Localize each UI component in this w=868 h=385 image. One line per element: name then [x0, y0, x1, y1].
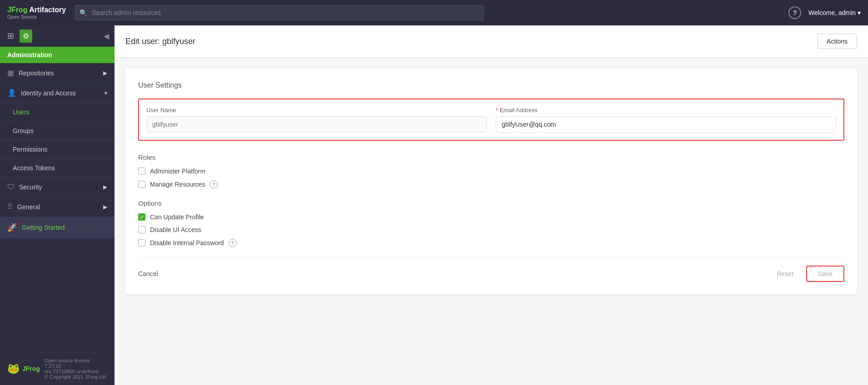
main-layout: ⊞ ⚙ ◀ Administration ▦ Repositories ▶ 👤 … — [0, 25, 868, 385]
help-button[interactable]: ? — [788, 6, 801, 19]
administer-platform-checkbox[interactable] — [138, 168, 145, 175]
security-icon: 🛡 — [7, 183, 15, 191]
can-update-profile-row: Can Update Profile — [138, 213, 844, 221]
user-settings-title: User Settings — [138, 81, 844, 89]
content-area: Edit user: gblfyuser Actions User Settin… — [115, 25, 868, 385]
disable-ui-access-checkbox[interactable] — [138, 226, 145, 233]
sidebar: ⊞ ⚙ ◀ Administration ▦ Repositories ▶ 👤 … — [0, 25, 115, 385]
license-line1: Open source license 7.27.10 — [45, 358, 107, 369]
license-line3: © Copyright 2021 JFrog Ltd — [45, 374, 107, 380]
identity-icon: 👤 — [7, 89, 16, 97]
sidebar-item-getting-started[interactable]: 🚀 Getting Started — [0, 217, 115, 238]
getting-started-icon: 🚀 — [7, 222, 17, 232]
disable-internal-password-row: Disable Internal Password ? — [138, 239, 844, 247]
cancel-button[interactable]: Cancel — [138, 267, 158, 281]
sidebar-admin-header: Administration — [0, 47, 115, 63]
content-header: Edit user: gblfyuser Actions — [115, 25, 868, 58]
frog-icon: 🐸 — [7, 363, 20, 375]
sidebar-item-general[interactable]: ⠿ General ▶ — [0, 197, 115, 217]
welcome-label: Welcome, admin — [808, 9, 856, 16]
sidebar-item-permissions[interactable]: Permissions — [0, 140, 115, 159]
disable-internal-password-checkbox[interactable] — [138, 239, 145, 247]
page-title: Edit user: gblfyuser — [125, 37, 195, 46]
license-info: Open source license 7.27.10 rev 72710900… — [45, 358, 107, 380]
manage-resources-row: Manage Resources ? — [138, 180, 844, 188]
disable-internal-password-info-icon[interactable]: ? — [229, 239, 237, 247]
getting-started-label: Getting Started — [22, 224, 65, 231]
manage-resources-label: Manage Resources — [150, 181, 205, 188]
disable-internal-password-label: Disable Internal Password — [150, 239, 224, 247]
identity-arrow-icon: ▾ — [105, 90, 107, 96]
footer-right-buttons: Reset Save — [770, 266, 845, 282]
sidebar-repositories-label: Repositories — [19, 69, 54, 77]
sidebar-security-label: Security — [19, 183, 42, 191]
email-label-text: Email Address — [500, 107, 538, 114]
jfrog-logo-bottom: 🐸 JFrog — [7, 363, 40, 375]
form-card: User Settings User Name * Email Address — [125, 69, 857, 295]
actions-button[interactable]: Actions — [817, 34, 857, 49]
content-body: User Settings User Name * Email Address — [115, 58, 868, 385]
topbar: JFrog Artifactory Open Source 🔍 ? Welcom… — [0, 0, 868, 25]
sidebar-groups-label: Groups — [13, 127, 34, 134]
options-section: Options Can Update Profile Disable UI Ac… — [138, 199, 844, 247]
sidebar-bottom: 🐸 JFrog Open source license 7.27.10 rev … — [0, 352, 115, 385]
sidebar-general-label: General — [17, 203, 40, 211]
disable-ui-access-label: Disable UI Access — [150, 226, 201, 233]
jfrog-text: JFrog — [22, 365, 40, 372]
sidebar-access-tokens-label: Access Tokens — [13, 164, 55, 172]
security-arrow-icon: ▶ — [103, 184, 107, 190]
search-icon: 🔍 — [80, 9, 87, 16]
email-field: * Email Address — [496, 107, 836, 133]
app-logo: JFrog Artifactory Open Source — [7, 5, 66, 20]
username-input[interactable] — [146, 116, 487, 133]
sidebar-item-identity-access[interactable]: 👤 Identity and Access ▾ — [0, 83, 115, 103]
email-input[interactable] — [496, 116, 836, 133]
manage-resources-info-icon[interactable]: ? — [210, 180, 218, 188]
welcome-menu[interactable]: Welcome, admin ▾ — [808, 9, 861, 16]
disable-ui-access-row: Disable UI Access — [138, 226, 844, 233]
email-required-star: * — [496, 107, 500, 114]
administer-platform-row: Administer Platform — [138, 168, 844, 175]
sidebar-collapse-button[interactable]: ◀ — [104, 32, 109, 40]
search-input[interactable] — [75, 5, 484, 20]
brand-subtitle: Open Source — [7, 14, 66, 20]
sidebar-item-security[interactable]: 🛡 Security ▶ — [0, 178, 115, 197]
sidebar-item-access-tokens[interactable]: Access Tokens — [0, 159, 115, 178]
administer-platform-label: Administer Platform — [150, 168, 205, 175]
sidebar-item-groups[interactable]: Groups — [0, 122, 115, 140]
sidebar-icon-strip: ⊞ ⚙ ◀ — [0, 25, 115, 47]
sidebar-users-label: Users — [13, 109, 30, 116]
manage-resources-checkbox[interactable] — [138, 181, 145, 188]
user-fields-group: User Name * Email Address — [138, 99, 844, 141]
sidebar-item-repositories[interactable]: ▦ Repositories ▶ — [0, 63, 115, 83]
repositories-icon: ▦ — [7, 69, 14, 77]
sidebar-item-users[interactable]: Users — [0, 103, 115, 122]
apps-icon[interactable]: ⊞ — [5, 29, 16, 43]
topbar-right: ? Welcome, admin ▾ — [788, 6, 861, 19]
license-line2: rev 72710900 undefined — [45, 369, 107, 374]
search-bar: 🔍 — [75, 5, 484, 20]
form-footer: Cancel Reset Save — [138, 258, 844, 282]
roles-section: Roles Administer Platform Manage Resourc… — [138, 153, 844, 188]
general-icon: ⠿ — [7, 202, 13, 211]
sidebar-permissions-label: Permissions — [13, 146, 47, 153]
general-arrow-icon: ▶ — [103, 204, 107, 210]
brand-product: Artifactory — [29, 6, 66, 14]
email-label: * Email Address — [496, 107, 836, 114]
reset-button[interactable]: Reset — [770, 266, 801, 282]
sidebar-identity-label: Identity and Access — [21, 89, 76, 97]
roles-title: Roles — [138, 153, 844, 161]
welcome-arrow-icon: ▾ — [858, 9, 861, 16]
save-button[interactable]: Save — [806, 266, 844, 282]
can-update-profile-checkbox[interactable] — [138, 213, 145, 221]
admin-gear-icon[interactable]: ⚙ — [20, 30, 32, 43]
brand-jfrog: JFrog — [7, 6, 29, 14]
brand-name: JFrog Artifactory — [7, 5, 66, 14]
can-update-profile-label: Can Update Profile — [150, 213, 204, 221]
options-title: Options — [138, 199, 844, 207]
repositories-arrow-icon: ▶ — [103, 70, 107, 76]
username-field: User Name — [146, 107, 487, 133]
username-label: User Name — [146, 107, 487, 114]
